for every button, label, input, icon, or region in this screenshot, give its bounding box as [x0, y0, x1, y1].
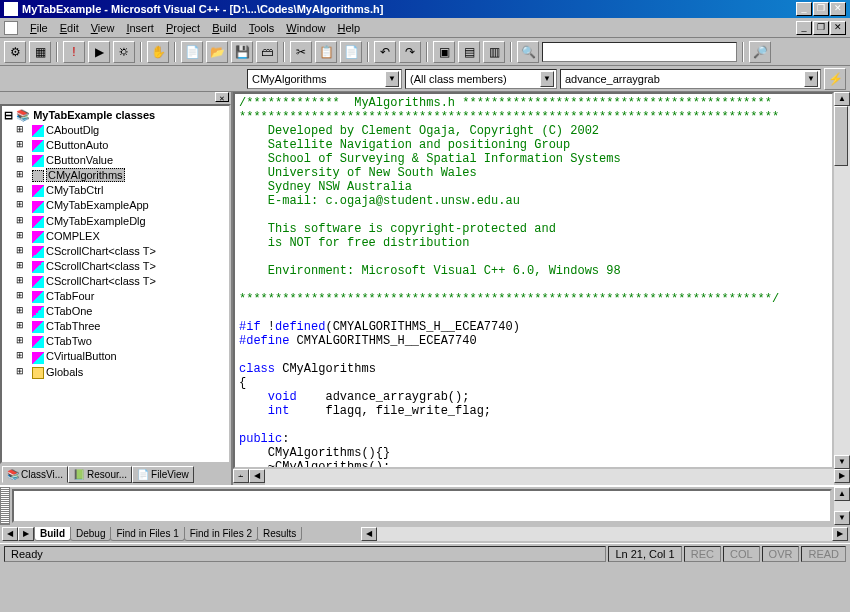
class-icon — [32, 336, 44, 348]
tree-item[interactable]: COMPLEX — [4, 229, 227, 244]
tree-item[interactable]: CScrollChart<class T> — [4, 244, 227, 259]
copy-icon[interactable]: 📋 — [315, 41, 337, 63]
search-icon[interactable]: 🔎 — [749, 41, 771, 63]
horizontal-scrollbar[interactable]: ⫠ ◀ ▶ — [233, 469, 850, 485]
tree-item[interactable]: CScrollChart<class T> — [4, 259, 227, 274]
status-ready: Ready — [4, 546, 606, 562]
status-position: Ln 21, Col 1 — [608, 546, 681, 562]
menu-insert[interactable]: Insert — [120, 20, 160, 36]
output-tab-find2[interactable]: Find in Files 2 — [184, 527, 258, 541]
breakpoint-icon[interactable]: ✋ — [147, 41, 169, 63]
tree-item[interactable]: CMyTabCtrl — [4, 183, 227, 198]
class-icon — [32, 170, 44, 182]
menu-help[interactable]: Help — [331, 20, 366, 36]
tree-item[interactable]: CTabTwo — [4, 334, 227, 349]
new-file-icon[interactable]: 📄 — [181, 41, 203, 63]
chevron-down-icon[interactable]: ▼ — [385, 71, 399, 87]
maximize-button[interactable]: ❐ — [813, 2, 829, 16]
class-icon — [32, 125, 44, 137]
member-filter-combo[interactable]: (All class members) ▼ — [405, 69, 557, 89]
menu-project[interactable]: Project — [160, 20, 206, 36]
output-vscroll[interactable]: ▲ ▼ — [834, 487, 850, 525]
class-combo-value: CMyAlgorithms — [252, 73, 327, 85]
open-icon[interactable]: 📂 — [206, 41, 228, 63]
doc-window-buttons: _ ❐ ✕ — [796, 21, 846, 35]
compile-icon[interactable]: ⚙ — [4, 41, 26, 63]
chevron-down-icon[interactable]: ▼ — [804, 71, 818, 87]
close-button[interactable]: ✕ — [830, 2, 846, 16]
execute-icon[interactable]: ▶ — [88, 41, 110, 63]
find-input[interactable] — [542, 42, 737, 62]
output-tab-debug[interactable]: Debug — [70, 527, 111, 541]
doc-close-button[interactable]: ✕ — [830, 21, 846, 35]
go-icon[interactable]: ⛭ — [113, 41, 135, 63]
tree-item[interactable]: CTabOne — [4, 304, 227, 319]
scroll-left-icon[interactable]: ◀ — [249, 469, 265, 483]
doc-restore-button[interactable]: ❐ — [813, 21, 829, 35]
tab-classview[interactable]: 📚 ClassVi... — [2, 466, 68, 483]
tree-item[interactable]: CAboutDlg — [4, 123, 227, 138]
menu-tools[interactable]: Tools — [243, 20, 281, 36]
output-tab-build[interactable]: Build — [34, 527, 71, 541]
tree-item[interactable]: CVirtualButton — [4, 349, 227, 364]
tree-item[interactable]: CButtonValue — [4, 153, 227, 168]
scroll-up-icon[interactable]: ▲ — [834, 487, 850, 501]
titlebar: MyTabExample - Microsoft Visual C++ - [D… — [0, 0, 850, 18]
function-combo-value: advance_arraygrab — [565, 73, 660, 85]
scroll-up-icon[interactable]: ▲ — [834, 92, 850, 106]
workspace-icon[interactable]: ▣ — [433, 41, 455, 63]
find-files-icon[interactable]: 🔍 — [517, 41, 539, 63]
save-all-icon[interactable]: 🗃 — [256, 41, 278, 63]
wizard-action-icon[interactable]: ⚡ — [824, 68, 846, 90]
build-icon[interactable]: ▦ — [29, 41, 51, 63]
tree-item[interactable]: Globals — [4, 365, 227, 380]
vertical-scrollbar[interactable]: ▲ ▼ — [834, 92, 850, 469]
tree-item[interactable]: CMyTabExampleApp — [4, 198, 227, 213]
statusbar: Ready Ln 21, Col 1 REC COL OVR READ — [0, 543, 850, 563]
tab-scroll-right-icon[interactable]: ▶ — [18, 527, 34, 541]
save-icon[interactable]: 💾 — [231, 41, 253, 63]
window-list-icon[interactable]: ▥ — [483, 41, 505, 63]
function-combo[interactable]: advance_arraygrab ▼ — [560, 69, 821, 89]
class-tree[interactable]: ⊟ 📚 MyTabExample classes CAboutDlgCButto… — [0, 104, 231, 464]
menu-build[interactable]: Build — [206, 20, 242, 36]
menu-window[interactable]: Window — [280, 20, 331, 36]
scroll-down-icon[interactable]: ▼ — [834, 455, 850, 469]
output-icon[interactable]: ▤ — [458, 41, 480, 63]
minimize-button[interactable]: _ — [796, 2, 812, 16]
paste-icon[interactable]: 📄 — [340, 41, 362, 63]
tree-item[interactable]: CTabFour — [4, 289, 227, 304]
scroll-thumb[interactable] — [834, 106, 848, 166]
scroll-right-icon[interactable]: ▶ — [834, 469, 850, 483]
tree-item[interactable]: CButtonAuto — [4, 138, 227, 153]
class-combo[interactable]: CMyAlgorithms ▼ — [247, 69, 402, 89]
tree-item[interactable]: CMyAlgorithms — [4, 168, 227, 183]
tree-item[interactable]: CScrollChart<class T> — [4, 274, 227, 289]
code-editor[interactable]: /************* MyAlgorithms.h **********… — [233, 92, 834, 469]
output-tab-find1[interactable]: Find in Files 1 — [110, 527, 184, 541]
menu-file[interactable]: File — [24, 20, 54, 36]
tree-root[interactable]: ⊟ 📚 MyTabExample classes — [4, 108, 227, 123]
scroll-down-icon[interactable]: ▼ — [834, 511, 850, 525]
output-text[interactable] — [12, 489, 832, 523]
pane-close-icon[interactable]: ✕ — [215, 92, 229, 102]
menu-view[interactable]: View — [85, 20, 121, 36]
menu-edit[interactable]: Edit — [54, 20, 85, 36]
undo-icon[interactable]: ↶ — [374, 41, 396, 63]
output-tab-results[interactable]: Results — [257, 527, 302, 541]
split-icon[interactable]: ⫠ — [233, 469, 249, 483]
out-hscroll-left-icon[interactable]: ◀ — [361, 527, 377, 541]
stop-build-icon[interactable]: ! — [63, 41, 85, 63]
chevron-down-icon[interactable]: ▼ — [540, 71, 554, 87]
tree-item[interactable]: CTabThree — [4, 319, 227, 334]
tab-fileview[interactable]: 📄 FileView — [132, 466, 194, 483]
menubar: File Edit View Insert Project Build Tool… — [0, 18, 850, 38]
tab-scroll-left-icon[interactable]: ◀ — [2, 527, 18, 541]
tree-item[interactable]: CMyTabExampleDlg — [4, 214, 227, 229]
out-hscroll-right-icon[interactable]: ▶ — [832, 527, 848, 541]
redo-icon[interactable]: ↷ — [399, 41, 421, 63]
doc-minimize-button[interactable]: _ — [796, 21, 812, 35]
cut-icon[interactable]: ✂ — [290, 41, 312, 63]
tab-resourceview[interactable]: 📗 Resour... — [68, 466, 132, 483]
pane-grip[interactable] — [0, 487, 10, 525]
